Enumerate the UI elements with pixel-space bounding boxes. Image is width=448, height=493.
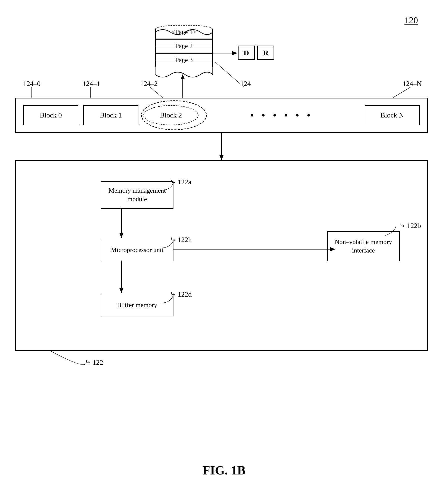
svg-marker-8 xyxy=(232,51,237,55)
figure-number: 120 xyxy=(404,15,418,26)
svg-marker-6 xyxy=(181,74,185,79)
d-box: D xyxy=(238,46,255,60)
nvm-interface-module: Non–volatile memoryinterface xyxy=(327,231,400,261)
label-122h: ⤷ 122h xyxy=(170,235,192,244)
figure-caption: FIG. 1B xyxy=(202,463,246,477)
dots: • • • • • • xyxy=(198,109,365,121)
label-122a: ⤷ 122a xyxy=(170,178,191,186)
block-0: Block 0 xyxy=(23,105,78,125)
buffer-memory-module: Buffer memory xyxy=(101,294,173,316)
memory-mgmt-module: Memory managementmodule xyxy=(101,181,173,209)
label-124: 124 xyxy=(240,80,251,88)
page-2-row: Page 2 xyxy=(155,39,213,53)
label-124-2: 124–2 xyxy=(140,80,158,88)
block-1: Block 1 xyxy=(83,105,138,125)
svg-marker-15 xyxy=(219,155,223,160)
svg-line-13 xyxy=(393,87,410,98)
label-122: ⤷ 122 xyxy=(85,358,103,366)
dr-container: D R xyxy=(238,46,274,60)
r-box: R xyxy=(257,46,274,60)
controller-box: Memory managementmodule Microprocessor u… xyxy=(15,160,428,351)
label-124-1: 124–1 xyxy=(83,80,100,88)
page-1-row: < Page 1 > xyxy=(155,25,213,39)
page-3-row: Page 3 xyxy=(155,53,213,67)
nand-block-row: Block 0 Block 1 Block 2 • • • • • • Bloc… xyxy=(15,98,428,133)
block-n: Block N xyxy=(365,105,420,125)
block-2: Block 2 xyxy=(143,105,198,125)
label-122b: ⤷ 122b xyxy=(399,221,421,230)
diagram: 120 124–0 124–1 124–2 124 124–N < Page 1… xyxy=(0,0,448,493)
label-124-N: 124–N xyxy=(403,80,422,88)
page-stack: < Page 1 > Page 2 Page 3 xyxy=(155,25,213,67)
label-124-0: 124–0 xyxy=(23,80,41,88)
microprocessor-module: Microprocessor unit xyxy=(101,239,173,261)
svg-line-11 xyxy=(150,87,163,98)
svg-line-12 xyxy=(215,62,244,87)
label-122d: ⤷ 122d xyxy=(170,290,192,298)
